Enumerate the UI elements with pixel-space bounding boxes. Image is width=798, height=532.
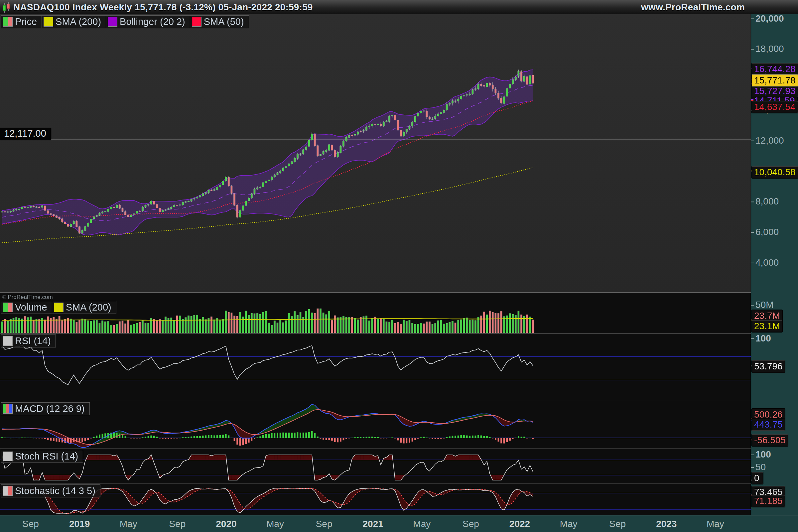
legend-sma200-label: SMA (200) (56, 16, 101, 27)
time-axis-label-2019-1: 2019 (69, 519, 90, 529)
volume-legend: Volume SMA (200) (1, 301, 116, 314)
legend-stochrsi[interactable]: Stoch RSI (14) (1, 450, 83, 463)
stochastic-legend: Stochastic (14 3 5) (1, 484, 100, 497)
candlestick-icon (1, 1, 11, 13)
panel-divider (0, 449, 751, 449)
chart-title: NASDAQ100 Index Weekly 15,771.78 (-3.12%… (13, 2, 313, 13)
price-legend: Price SMA (200) Bollinger (20 2) SMA (50… (1, 15, 249, 28)
rsi-legend: RSI (14) (1, 335, 56, 347)
time-axis-label-Sep-3: Sep (169, 519, 186, 529)
time-axis-label-May-14: May (706, 519, 724, 529)
rsi-swatch-icon (3, 336, 13, 346)
legend-volume-label: Volume (15, 302, 47, 312)
sma50-swatch-icon (192, 17, 202, 26)
legend-sma50[interactable]: SMA (50) (190, 15, 249, 28)
stochastic-swatch-icon (3, 486, 13, 496)
price-swatch-icon (3, 17, 13, 26)
legend-volume[interactable]: Volume (1, 301, 52, 314)
sma50-value: 14,637.54 (752, 101, 798, 113)
time-axis-label-Sep-9: Sep (462, 519, 479, 529)
price-level-label[interactable]: 12,117.00 (0, 128, 51, 140)
legend-macd[interactable]: MACD (12 26 9) (1, 402, 90, 415)
legend-bollinger-label: Bollinger (20 2) (120, 16, 185, 27)
panel-divider (0, 401, 751, 401)
volume-sma-swatch-icon (54, 303, 63, 312)
time-axis-label-May-2: May (120, 519, 137, 529)
time-axis-label-Sep-0: Sep (22, 519, 39, 529)
legend-price-label: Price (15, 16, 37, 27)
time-axis-label-2022-10: 2022 (509, 519, 530, 529)
legend-stochrsi-label: Stoch RSI (14) (15, 451, 78, 461)
title-bar: NASDAQ100 Index Weekly 15,771.78 (-3.12%… (0, 0, 798, 14)
legend-volume-sma-label: SMA (200) (66, 302, 111, 312)
macd-swatch-icon (3, 404, 13, 414)
legend-macd-label: MACD (12 26 9) (15, 403, 85, 414)
time-axis-label-2020-4: 2020 (216, 519, 236, 529)
legend-volume-sma[interactable]: SMA (200) (52, 301, 116, 314)
stoch-d-value: 71.185 (752, 495, 785, 507)
legend-stochastic[interactable]: Stochastic (14 3 5) (1, 484, 100, 497)
bollinger-swatch-icon (108, 17, 117, 26)
legend-rsi-label: RSI (14) (15, 336, 51, 346)
copyright-watermark: © ProRealTime.com (2, 294, 53, 301)
legend-price[interactable]: Price (1, 15, 42, 28)
sma200-swatch-icon (43, 17, 53, 26)
legend-sma200[interactable]: SMA (200) (41, 15, 106, 28)
time-axis-label-May-5: May (266, 519, 284, 529)
last-price-value: 15,771.78 (752, 75, 798, 87)
legend-stochastic-label: Stochastic (14 3 5) (15, 486, 95, 496)
bollinger-upper-value: 16,744.28 (752, 63, 798, 75)
time-axis-label-Sep-6: Sep (316, 519, 332, 529)
panel-divider (0, 333, 751, 334)
macd-line-value: 443.75 (752, 419, 785, 431)
time-axis-label-2021-7: 2021 (363, 519, 383, 529)
sma200-value: 10,040.58 (752, 166, 798, 178)
macd-hist-value: -56.505 (752, 434, 788, 446)
volume-swatch-icon (3, 303, 13, 312)
rsi-value: 53.796 (752, 360, 785, 373)
legend-rsi[interactable]: RSI (14) (1, 335, 56, 347)
macd-legend: MACD (12 26 9) (1, 402, 90, 415)
chart-canvas[interactable] (0, 0, 798, 532)
prorealtime-chart-window: NASDAQ100 Index Weekly 15,771.78 (-3.12%… (0, 0, 798, 532)
time-axis-label-May-11: May (560, 519, 577, 529)
time-axis-label-May-8: May (413, 519, 431, 529)
panel-divider (0, 292, 751, 292)
panel-divider (0, 483, 751, 483)
stochrsi-value: 0 (752, 472, 763, 484)
legend-sma50-label: SMA (50) (204, 16, 244, 27)
stochrsi-swatch-icon (3, 452, 13, 461)
time-axis-label-Sep-12: Sep (609, 519, 626, 529)
time-axis-label-2023-13: 2023 (656, 519, 677, 529)
legend-bollinger[interactable]: Bollinger (20 2) (106, 15, 190, 28)
volume-sma-value: 23.1M (752, 320, 782, 332)
site-link[interactable]: www.ProRealTime.com (641, 2, 745, 13)
stochrsi-legend: Stoch RSI (14) (1, 450, 83, 463)
